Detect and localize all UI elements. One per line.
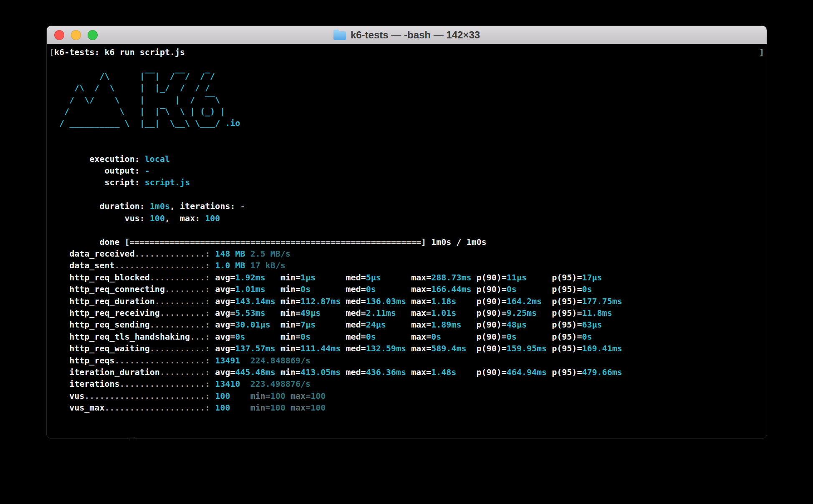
- blank-line: [49, 414, 764, 426]
- vus-dimlbl: min=: [250, 391, 270, 401]
- http_req_duration-val: 177.75ms: [582, 296, 622, 306]
- vus-dimlbl: max=: [285, 391, 311, 401]
- window-title-text: k6-tests — -bash — 142×33: [351, 29, 480, 41]
- http_req_receiving-lbl: min=: [280, 308, 300, 318]
- http_req_waiting-val: 111.44ms: [300, 343, 346, 353]
- terminal-content[interactable]: [ k6-tests: k6 run script.js ] /\ |‾‾| /…: [47, 44, 767, 438]
- http_req_connecting-lbl: avg=: [215, 284, 235, 294]
- http_req_blocked-dots: ...........:: [150, 272, 215, 282]
- k6-banner-line-2: /\ / \ | |_/ / / /: [49, 82, 764, 93]
- http_req_waiting-dots: ...........:: [150, 343, 215, 353]
- metric-row-http_req_tls_handshaking: http_req_tls_handshaking...: avg=0s min=…: [49, 331, 764, 343]
- http_req_duration-lbl: p(95)=: [552, 296, 582, 306]
- max-label: , max:: [165, 213, 205, 223]
- metric-row-http_req_duration: http_req_duration..........: avg=143.14m…: [49, 295, 764, 307]
- vus_max-dim: 100: [311, 403, 326, 413]
- http_reqs-dots: ..................:: [115, 355, 215, 365]
- http_req_duration-lbl: med=: [346, 296, 366, 306]
- http_req_duration-val: 143.14ms: [235, 296, 280, 306]
- k6-banner-line-1: /\ |‾‾| /‾‾/ /‾/: [49, 70, 764, 82]
- metric-row-vus_max: vus_max....................: 100 min=100…: [49, 402, 764, 413]
- http_req_receiving-val: 11.8ms: [582, 308, 612, 318]
- http_req_tls_handshaking-lbl: max=: [411, 332, 431, 342]
- max-value: 100: [205, 213, 220, 223]
- iteration_duration-lbl: p(90)=: [477, 367, 507, 377]
- http_req_connecting-lbl: p(95)=: [552, 284, 582, 294]
- data_received-dots: ..............:: [135, 249, 215, 259]
- iteration_duration-val: 436.36ms: [366, 367, 411, 377]
- http_req_connecting-val: 0s: [366, 284, 411, 294]
- iteration_duration-val: 479.66ms: [582, 367, 622, 377]
- http_req_receiving-lbl: avg=: [215, 308, 235, 318]
- vus-label: vus:: [79, 213, 150, 223]
- iteration_duration-lbl: med=: [346, 367, 366, 377]
- http_req_receiving-val: 1.01s: [431, 308, 476, 318]
- http_req_blocked-val: 17µs: [582, 272, 602, 282]
- http_req_receiving-name: http_req_receiving: [49, 308, 160, 318]
- http_req_blocked-lbl: min=: [280, 272, 300, 282]
- minimize-button[interactable]: [71, 30, 81, 40]
- http_req_duration-val: 112.87ms: [300, 296, 346, 306]
- duration-label: duration:: [79, 201, 150, 211]
- k6-banner-line-4: / \ | |‾\ \ | (_) |: [49, 106, 764, 117]
- http_req_tls_handshaking-val: 0s: [582, 332, 592, 342]
- http_req_duration-name: http_req_duration: [49, 296, 155, 306]
- http_req_receiving-lbl: med=: [346, 308, 366, 318]
- vus-val: 100: [215, 391, 250, 401]
- http_req_sending-dots: ...........:: [150, 320, 215, 330]
- http_req_receiving-val: 2.11ms: [366, 308, 411, 318]
- data_sent-name: data_sent: [49, 260, 115, 270]
- iteration_duration-val: 1.48s: [431, 367, 476, 377]
- folder-icon: [333, 31, 346, 40]
- metric-row-http_req_connecting: http_req_connecting........: avg=1.01ms …: [49, 283, 764, 295]
- http_req_waiting-name: http_req_waiting: [49, 343, 150, 353]
- vus-value: 100: [150, 213, 165, 223]
- http_req_waiting-lbl: p(90)=: [477, 343, 507, 353]
- http_req_blocked-val: 1µs: [300, 272, 346, 282]
- http_req_connecting-lbl: max=: [411, 284, 431, 294]
- iteration_duration-val: 413.05ms: [300, 367, 346, 377]
- prompt-open-bracket: [: [49, 46, 54, 58]
- iteration_duration-lbl: max=: [411, 367, 431, 377]
- http_req_blocked-lbl: p(90)=: [477, 272, 507, 282]
- iteration_duration-val: 464.94ms: [507, 367, 552, 377]
- http_req_sending-lbl: med=: [346, 320, 366, 330]
- http_req_blocked-val: 5µs: [366, 272, 411, 282]
- http_req_waiting-lbl: p(95)=: [552, 343, 582, 353]
- terminal-cursor: [130, 438, 135, 438]
- iterations-dim: 223.498876/s: [250, 379, 311, 389]
- http_req_sending-val: 7µs: [300, 320, 346, 330]
- vus-dim: 100: [311, 391, 326, 401]
- metric-row-data_sent: data_sent..................: 1.0 MB 17 k…: [49, 260, 764, 271]
- zoom-button[interactable]: [88, 30, 98, 40]
- http_req_blocked-lbl: p(95)=: [552, 272, 582, 282]
- data_received-dim: 2.5 MB/s: [250, 249, 290, 259]
- iterations-dots: .................:: [120, 379, 215, 389]
- http_req_sending-val: 63µs: [582, 320, 602, 330]
- http_req_connecting-val: 166.44ms: [431, 284, 476, 294]
- vus_max-name: vus_max: [49, 403, 104, 413]
- script-label: script:: [79, 177, 145, 187]
- iterations-val: 13410: [215, 379, 250, 389]
- traffic-lights: [54, 26, 98, 44]
- http_req_receiving-lbl: max=: [411, 308, 431, 318]
- http_req_tls_handshaking-lbl: p(90)=: [477, 332, 507, 342]
- command-line: [ k6-tests: k6 run script.js ]: [49, 46, 764, 58]
- iteration_duration-val: 445.48ms: [235, 367, 280, 377]
- execution-line: execution: local: [49, 141, 764, 153]
- close-button[interactable]: [54, 30, 64, 40]
- http_req_receiving-val: 5.53ms: [235, 308, 280, 318]
- iteration_duration-dots: .........:: [160, 367, 215, 377]
- metric-row-iteration_duration: iteration_duration.........: avg=445.48m…: [49, 366, 764, 378]
- http_req_sending-name: http_req_sending: [49, 320, 150, 330]
- window-titlebar[interactable]: k6-tests — -bash — 142×33: [47, 26, 767, 44]
- k6-banner-line-5: / __________ \ |__| \__\ \___/ .io: [49, 117, 764, 129]
- http_req_duration-lbl: max=: [411, 296, 431, 306]
- command-text: k6-tests: k6 run script.js: [54, 46, 185, 58]
- prompt-close-bracket: ]: [759, 46, 764, 58]
- metric-row-data_received: data_received..............: 148 MB 2.5 …: [49, 248, 764, 260]
- http_reqs-dim: 224.848869/s: [250, 355, 311, 365]
- metric-row-http_req_blocked: http_req_blocked...........: avg=1.92ms …: [49, 272, 764, 283]
- http_req_duration-val: 164.2ms: [507, 296, 552, 306]
- http_req_waiting-val: 159.95ms: [507, 343, 552, 353]
